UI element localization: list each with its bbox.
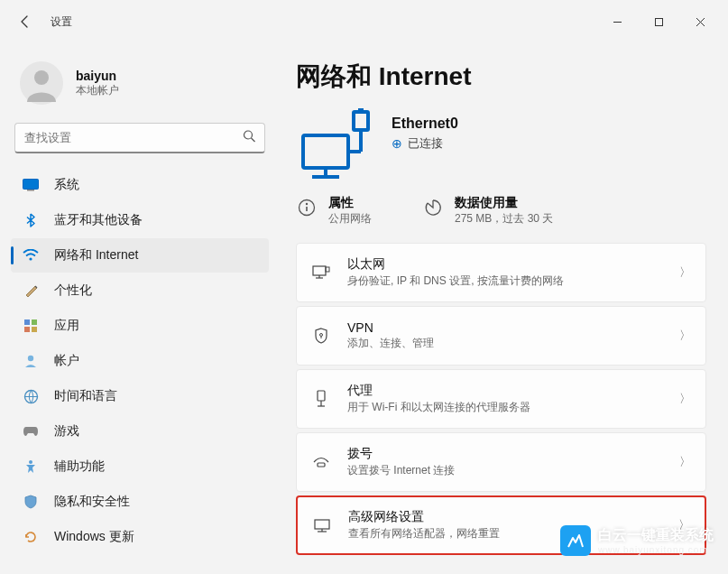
close-button[interactable] <box>679 7 721 36</box>
sidebar-item-label: 时间和语言 <box>54 388 117 404</box>
watermark-brand: 白云一键重装系统 <box>598 526 714 545</box>
card-proxy[interactable]: 代理 用于 Wi-Fi 和以太网连接的代理服务器 〉 <box>296 369 706 429</box>
chevron-right-icon: 〉 <box>679 328 691 344</box>
gamepad-icon <box>22 422 40 440</box>
avatar <box>20 61 63 105</box>
sidebar-item-label: 帐户 <box>54 353 79 369</box>
svg-rect-1 <box>655 18 662 25</box>
bluetooth-icon <box>22 211 40 229</box>
sidebar-item-network[interactable]: 网络和 Internet <box>11 238 269 273</box>
apps-icon <box>22 317 40 335</box>
sidebar-item-personalization[interactable]: 个性化 <box>11 273 269 308</box>
system-icon <box>22 176 40 194</box>
shield-icon <box>22 493 40 511</box>
card-title: 拨号 <box>347 446 679 462</box>
clock-globe-icon <box>22 387 40 405</box>
sidebar-item-time-language[interactable]: 时间和语言 <box>11 379 269 413</box>
properties-block[interactable]: 属性 公用网络 <box>296 195 372 227</box>
card-sub: 身份验证, IP 和 DNS 设置, 按流量计费的网络 <box>347 273 679 289</box>
svg-rect-22 <box>358 108 364 114</box>
search-icon <box>243 130 256 147</box>
sidebar-item-gaming[interactable]: 游戏 <box>11 414 269 449</box>
info-icon <box>296 197 318 218</box>
properties-sub: 公用网络 <box>328 211 372 227</box>
chevron-right-icon: 〉 <box>679 454 691 470</box>
card-sub: 用于 Wi-Fi 和以太网连接的代理服务器 <box>347 400 679 415</box>
svg-rect-16 <box>303 135 348 168</box>
sidebar-item-accessibility[interactable]: 辅助功能 <box>11 449 269 484</box>
svg-point-15 <box>29 460 32 464</box>
svg-point-3 <box>244 131 253 139</box>
status-dot-icon: ⊕ <box>392 136 402 151</box>
data-usage-block[interactable]: 数据使用量 275 MB，过去 30 天 <box>422 195 553 227</box>
wifi-icon <box>22 246 40 264</box>
card-dialup[interactable]: 拨号 设置拨号 Internet 连接 〉 <box>296 432 706 492</box>
sidebar-item-apps[interactable]: 应用 <box>11 309 269 343</box>
brush-icon <box>22 282 40 300</box>
card-ethernet[interactable]: 以太网 身份验证, IP 和 DNS 设置, 按流量计费的网络 〉 <box>296 243 706 302</box>
sidebar-item-label: 游戏 <box>54 423 79 440</box>
sidebar-item-windows-update[interactable]: Windows 更新 <box>11 520 269 554</box>
sidebar: baiyun 本地帐户 系统 蓝牙和其他设备 <box>0 43 280 574</box>
accessibility-icon <box>22 458 40 476</box>
sidebar-item-system[interactable]: 系统 <box>11 168 269 202</box>
ethernet-icon <box>311 263 331 282</box>
advanced-network-icon <box>312 515 332 535</box>
ethernet-illustration <box>296 108 373 179</box>
chevron-right-icon: 〉 <box>679 264 691 281</box>
sidebar-item-bluetooth[interactable]: 蓝牙和其他设备 <box>11 203 269 237</box>
svg-point-7 <box>29 257 32 260</box>
chevron-right-icon: 〉 <box>679 391 691 407</box>
svg-line-4 <box>252 138 255 142</box>
app-title: 设置 <box>51 14 72 30</box>
sidebar-item-label: 辅助功能 <box>54 458 105 475</box>
sidebar-item-label: 系统 <box>54 177 79 193</box>
svg-point-30 <box>320 334 323 337</box>
back-button[interactable] <box>7 4 43 40</box>
sidebar-item-privacy[interactable]: 隐私和安全性 <box>11 485 269 519</box>
sidebar-item-label: 网络和 Internet <box>54 247 138 264</box>
svg-rect-26 <box>313 266 326 275</box>
dialup-icon <box>311 452 331 472</box>
svg-point-12 <box>28 356 33 361</box>
sidebar-item-label: 蓝牙和其他设备 <box>54 212 143 228</box>
svg-rect-5 <box>23 180 39 190</box>
svg-rect-9 <box>32 319 37 325</box>
svg-rect-35 <box>318 463 325 467</box>
proxy-icon <box>311 389 331 409</box>
svg-rect-32 <box>318 391 325 401</box>
watermark-url: www.baiyunxitong.com <box>598 545 714 555</box>
svg-rect-6 <box>27 190 34 191</box>
update-icon <box>22 528 40 546</box>
svg-rect-10 <box>24 327 30 332</box>
data-usage-sub: 275 MB，过去 30 天 <box>455 211 553 227</box>
sidebar-item-label: Windows 更新 <box>54 529 134 545</box>
svg-point-24 <box>306 203 308 205</box>
network-name: Ethernet0 <box>392 116 458 132</box>
svg-rect-11 <box>32 327 37 332</box>
user-name: baiyun <box>76 69 119 83</box>
watermark: 白云一键重装系统 www.baiyunxitong.com <box>560 525 714 556</box>
person-icon <box>22 352 40 370</box>
data-usage-icon <box>422 197 444 218</box>
user-subtitle: 本地帐户 <box>76 83 119 98</box>
data-usage-title: 数据使用量 <box>455 195 553 211</box>
user-block[interactable]: baiyun 本地帐户 <box>11 51 269 123</box>
properties-title: 属性 <box>328 195 372 211</box>
sidebar-item-label: 隐私和安全性 <box>54 494 130 510</box>
card-sub: 设置拨号 Internet 连接 <box>347 463 679 478</box>
card-title: 代理 <box>347 383 679 399</box>
card-sub: 添加、连接、管理 <box>347 336 679 351</box>
maximize-button[interactable] <box>638 7 679 36</box>
minimize-button[interactable] <box>596 7 638 36</box>
svg-rect-21 <box>354 112 368 130</box>
network-status: 已连接 <box>408 135 443 152</box>
search-input[interactable] <box>14 123 265 153</box>
main-content: 网络和 Internet Ethernet0 ⊕ 已连接 <box>280 43 728 574</box>
sidebar-item-label: 应用 <box>54 318 79 334</box>
sidebar-item-accounts[interactable]: 帐户 <box>11 344 269 378</box>
card-vpn[interactable]: VPN 添加、连接、管理 〉 <box>296 306 706 366</box>
svg-point-2 <box>34 70 49 85</box>
svg-rect-36 <box>315 520 329 529</box>
svg-rect-29 <box>326 267 329 272</box>
